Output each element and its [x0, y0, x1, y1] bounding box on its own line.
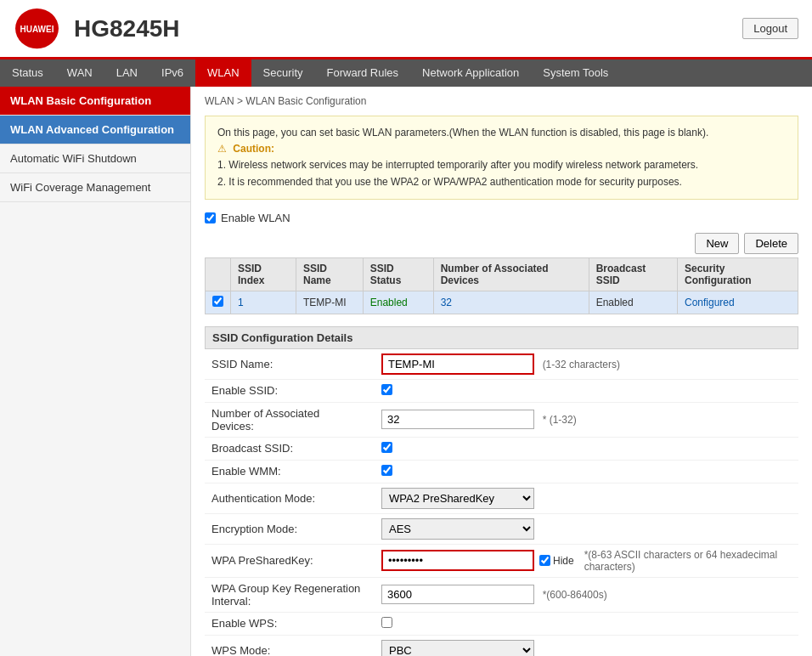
enable-wlan-label: Enable WLAN [221, 212, 290, 224]
field-wpa-key: WPA PreSharedKey: Hide *(8-63 ASCII char… [205, 544, 798, 577]
nav-ipv6[interactable]: IPv6 [149, 59, 195, 87]
field-wps-mode: WPS Mode: PBC PIN [205, 635, 798, 656]
field-wpa-group: WPA Group Key RegenerationInterval: *(60… [205, 577, 798, 612]
wpa-key-row: Hide *(8-63 ASCII characters or 64 hexad… [381, 549, 792, 573]
sidebar-item-wlan-advanced[interactable]: WLAN Advanced Configuration [0, 116, 190, 144]
nav-wlan[interactable]: WLAN [195, 59, 251, 87]
header-left: HUAWEI HG8245H [14, 8, 180, 50]
sidebar: WLAN Basic Configuration WLAN Advanced C… [0, 87, 191, 656]
enable-wmm-label: Enable WMM: [205, 460, 375, 483]
content-area: WLAN > WLAN Basic Configuration On this … [191, 87, 812, 656]
sidebar-item-wlan-basic[interactable]: WLAN Basic Configuration [0, 87, 190, 116]
ssid-name-label: SSID Name: [205, 349, 375, 380]
nav-lan[interactable]: LAN [104, 59, 149, 87]
enable-ssid-label: Enable SSID: [205, 379, 375, 402]
info-box: On this page, you can set basic WLAN par… [205, 116, 798, 200]
field-auth-mode: Authentication Mode: WPA2 PreSharedKey W… [205, 483, 798, 513]
enable-wps-checkbox[interactable] [381, 617, 392, 628]
field-broadcast-ssid: Broadcast SSID: [205, 437, 798, 460]
nav-forward-rules[interactable]: Forward Rules [315, 59, 411, 87]
wpa-key-cell: Hide *(8-63 ASCII characters or 64 hexad… [375, 544, 798, 577]
enable-wlan-checkbox[interactable] [205, 212, 216, 223]
num-devices-label: Number of AssociatedDevices: [205, 402, 375, 437]
col-security-config: Security Configuration [677, 257, 798, 291]
enable-wps-cell [375, 612, 798, 635]
header: HUAWEI HG8245H Logout [0, 0, 812, 59]
table-row[interactable]: 1 TEMP-MI Enabled 32 Enabled Configured [206, 291, 798, 314]
col-checkbox [206, 257, 231, 291]
delete-button[interactable]: Delete [744, 233, 798, 254]
wps-mode-select[interactable]: PBC PIN [381, 640, 534, 656]
wpa-hide-checkbox[interactable] [539, 555, 550, 566]
auth-mode-select[interactable]: WPA2 PreSharedKey WPA PreSharedKey WPA/W… [381, 488, 534, 509]
col-num-devices: Number of Associated Devices [433, 257, 589, 291]
nav-status[interactable]: Status [0, 59, 55, 87]
field-enable-wmm: Enable WMM: [205, 460, 798, 483]
ssid-name-field-cell: (1-32 characters) [375, 349, 798, 380]
nav-wan[interactable]: WAN [55, 59, 104, 87]
config-section-title: SSID Configuration Details [205, 326, 798, 349]
enc-mode-cell: AES TKIP TKIP&AES [375, 513, 798, 544]
col-ssid-index: SSID Index [231, 257, 296, 291]
field-num-devices: Number of AssociatedDevices: * (1-32) [205, 402, 798, 437]
nav-network-application[interactable]: Network Application [410, 59, 531, 87]
ssid-name-hint: (1-32 characters) [543, 359, 620, 370]
caution-icon: ⚠ [217, 143, 227, 155]
enable-ssid-cell [375, 379, 798, 402]
info-note1: 1. Wireless network services may be inte… [217, 157, 786, 173]
wpa-key-input[interactable] [381, 550, 534, 571]
wpa-group-input[interactable] [381, 585, 534, 604]
row-security: Configured [677, 291, 798, 314]
auth-mode-label: Authentication Mode: [205, 483, 375, 513]
num-devices-hint: * (1-32) [543, 414, 577, 426]
wps-mode-label: WPS Mode: [205, 635, 375, 656]
info-note2: 2. It is recommended that you use the WP… [217, 174, 786, 190]
table-toolbar: New Delete [205, 233, 798, 254]
col-ssid-status: SSID Status [363, 257, 433, 291]
col-ssid-name: SSID Name [296, 257, 363, 291]
field-enable-wps: Enable WPS: [205, 612, 798, 635]
enable-wlan-row: Enable WLAN [205, 212, 798, 224]
huawei-logo: HUAWEI [14, 8, 60, 50]
logout-button[interactable]: Logout [742, 18, 798, 39]
main-layout: WLAN Basic Configuration WLAN Advanced C… [0, 87, 812, 656]
row-ssid-name: TEMP-MI [296, 291, 363, 314]
row-num-devices: 32 [433, 291, 589, 314]
config-table: SSID Name: (1-32 characters) Enable SSID… [205, 349, 798, 656]
num-devices-cell: * (1-32) [375, 402, 798, 437]
sidebar-item-wifi-coverage[interactable]: WiFi Coverage Management [0, 173, 190, 202]
wps-mode-cell: PBC PIN [375, 635, 798, 656]
broadcast-ssid-checkbox[interactable] [381, 442, 392, 453]
broadcast-ssid-label: Broadcast SSID: [205, 437, 375, 460]
product-title: HG8245H [74, 15, 180, 42]
nav-security[interactable]: Security [251, 59, 315, 87]
enable-wmm-cell [375, 460, 798, 483]
nav-system-tools[interactable]: System Tools [531, 59, 620, 87]
enable-ssid-checkbox[interactable] [381, 384, 392, 395]
sidebar-item-auto-wifi-shutdown[interactable]: Automatic WiFi Shutdown [0, 144, 190, 173]
enc-mode-label: Encryption Mode: [205, 513, 375, 544]
ssid-name-input[interactable] [381, 353, 534, 375]
wpa-group-hint: *(600-86400s) [543, 589, 607, 601]
wpa-key-label: WPA PreSharedKey: [205, 544, 375, 577]
enc-mode-select[interactable]: AES TKIP TKIP&AES [381, 518, 534, 540]
row-ssid-index: 1 [231, 291, 296, 314]
num-devices-input[interactable] [381, 410, 534, 429]
info-main-text: On this page, you can set basic WLAN par… [217, 125, 786, 141]
top-nav: Status WAN LAN IPv6 WLAN Security Forwar… [0, 59, 812, 87]
row-broadcast: Enabled [589, 291, 677, 314]
enable-wps-label: Enable WPS: [205, 612, 375, 635]
new-button[interactable]: New [695, 233, 739, 254]
caution-label: Caution: [233, 143, 274, 155]
row-checkbox[interactable] [212, 296, 223, 307]
field-enable-ssid: Enable SSID: [205, 379, 798, 402]
col-broadcast-ssid: Broadcast SSID [589, 257, 677, 291]
hide-label: Hide [539, 555, 574, 567]
broadcast-ssid-cell [375, 437, 798, 460]
wpa-group-cell: *(600-86400s) [375, 577, 798, 612]
row-checkbox-cell[interactable] [206, 291, 231, 314]
field-enc-mode: Encryption Mode: AES TKIP TKIP&AES [205, 513, 798, 544]
ssid-table: SSID Index SSID Name SSID Status Number … [205, 257, 798, 314]
enable-wmm-checkbox[interactable] [381, 465, 392, 476]
breadcrumb: WLAN > WLAN Basic Configuration [205, 95, 798, 107]
